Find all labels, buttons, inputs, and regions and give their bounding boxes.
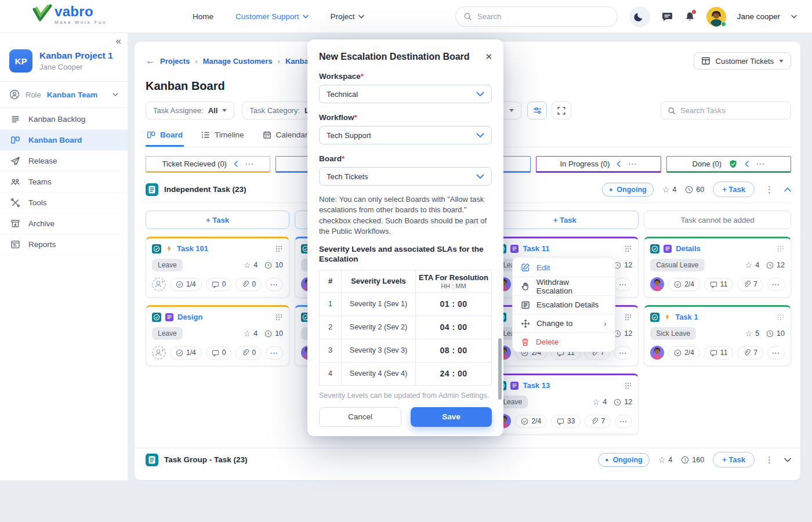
sidebar-item-kanban-backlog[interactable]: Kanban Backlog xyxy=(0,109,128,130)
chevron-down-icon[interactable] xyxy=(791,14,797,19)
card-menu-button[interactable]: ⋯ xyxy=(266,278,283,291)
close-icon[interactable]: ✕ xyxy=(485,52,492,62)
task-card[interactable]: Design Leave ☆4 10 1/4 0 0 ⋯ xyxy=(146,305,289,366)
comments-pill[interactable]: 11 xyxy=(704,278,733,291)
workflow-select[interactable]: Tech Support xyxy=(319,126,492,144)
task-title[interactable]: Design xyxy=(177,313,202,321)
attachments-pill[interactable]: 7 xyxy=(737,278,763,291)
menu-item-edit[interactable]: Edit xyxy=(513,258,615,277)
card-menu-button[interactable]: ⋯ xyxy=(767,346,785,360)
assignee-avatar[interactable] xyxy=(650,346,664,360)
task-title[interactable]: Task 1 xyxy=(675,313,698,321)
drag-handle-icon[interactable] xyxy=(275,245,283,253)
task-card[interactable]: Task 13 Leave ☆4 12 2/4 33 7 ⋯ xyxy=(491,374,639,434)
user-name[interactable]: Jane cooper xyxy=(737,12,780,21)
modal-scrollbar[interactable] xyxy=(498,338,502,400)
task-title[interactable]: Task 11 xyxy=(523,244,549,253)
task-card[interactable]: Task 101 Leave ☆4 10 1/4 0 0 ⋯ xyxy=(146,237,289,298)
attachments-pill[interactable]: 7 xyxy=(585,415,611,428)
column-header-ticket-received[interactable]: Ticket Recieved (0) ⋯ xyxy=(146,156,270,173)
add-task-button[interactable]: + Task xyxy=(713,452,755,467)
user-avatar[interactable] xyxy=(706,7,726,27)
dark-mode-toggle[interactable] xyxy=(629,6,650,27)
nav-home[interactable]: Home xyxy=(193,12,213,21)
add-task-button[interactable]: + Task xyxy=(713,182,755,197)
task-assignee-filter[interactable]: Task Assignee: All xyxy=(146,102,234,119)
sidebar-item-reports[interactable]: Reports xyxy=(0,234,128,255)
sidebar-item-teams[interactable]: Teams xyxy=(0,172,128,193)
comments-pill[interactable]: 11 xyxy=(704,346,733,360)
group-menu-icon[interactable]: ⋮ xyxy=(763,184,775,195)
task-title[interactable]: Task 13 xyxy=(523,381,550,390)
breadcrumb-projects[interactable]: Projects xyxy=(160,57,190,66)
sidebar-item-tools[interactable]: Tools xyxy=(0,193,128,213)
menu-item-delete[interactable]: Delete xyxy=(513,332,615,351)
tab-board[interactable]: Board xyxy=(146,128,184,147)
add-task-button[interactable]: + Task xyxy=(146,211,289,229)
card-menu-button[interactable]: ⋯ xyxy=(767,278,785,291)
drag-handle-icon[interactable] xyxy=(624,382,632,390)
notifications-button[interactable] xyxy=(684,11,695,23)
search-input[interactable] xyxy=(477,12,610,21)
column-menu-icon[interactable]: ⋯ xyxy=(628,159,637,169)
card-menu-button[interactable]: ⋯ xyxy=(614,346,632,360)
sidebar-item-archive[interactable]: Archive xyxy=(0,213,128,234)
checklist-pill[interactable]: 1/4 xyxy=(170,278,202,291)
global-search[interactable] xyxy=(455,6,618,27)
messages-button[interactable] xyxy=(661,11,673,23)
comments-pill[interactable]: 0 xyxy=(206,346,232,360)
board-selector-dropdown[interactable]: Customer Tickets xyxy=(694,52,791,70)
drag-handle-icon[interactable] xyxy=(624,245,632,253)
checklist-pill[interactable]: 1/4 xyxy=(170,346,202,360)
assignee-avatar[interactable] xyxy=(650,277,664,291)
comments-pill[interactable]: 33 xyxy=(551,415,581,428)
search-tasks-input[interactable] xyxy=(680,106,784,115)
card-menu-button[interactable]: ⋯ xyxy=(615,415,632,428)
chevron-down-icon[interactable] xyxy=(784,458,791,462)
filter-settings-button[interactable] xyxy=(527,102,547,119)
card-menu-button[interactable]: ⋯ xyxy=(266,346,283,360)
sidebar-item-kanban-board[interactable]: Kanban Board xyxy=(0,130,128,151)
nav-customer-support[interactable]: Customer Support xyxy=(235,12,309,21)
app-logo[interactable]: vabro Make Work Fun xyxy=(32,4,107,25)
drag-handle-icon[interactable] xyxy=(777,313,785,321)
checklist-pill[interactable]: 2/4 xyxy=(515,415,547,428)
assign-avatar-icon[interactable] xyxy=(152,277,166,291)
assign-avatar-icon[interactable] xyxy=(152,346,166,360)
search-tasks-box[interactable] xyxy=(661,102,791,119)
role-selector[interactable]: Role Kanban Team xyxy=(0,82,128,107)
attachments-pill[interactable]: 0 xyxy=(235,346,262,360)
fullscreen-button[interactable] xyxy=(552,102,571,119)
card-menu-button[interactable]: ⋯ xyxy=(614,278,632,291)
task-group-title[interactable]: Independent Task (23) xyxy=(164,185,246,194)
column-menu-icon[interactable]: ⋯ xyxy=(245,159,254,169)
nav-project[interactable]: Project xyxy=(331,12,364,21)
project-header[interactable]: KP Kanban Project 1 Jane Cooper xyxy=(0,33,128,81)
task-card[interactable]: Task 1 Sick Leave ☆5 10 2/4 11 7 ⋯ xyxy=(644,305,791,366)
comments-pill[interactable]: 0 xyxy=(206,278,232,291)
task-title[interactable]: Details xyxy=(676,244,701,253)
checklist-pill[interactable]: 2/4 xyxy=(668,346,700,360)
menu-item-withdraw-escalation[interactable]: Withdraw Escalation xyxy=(513,277,615,295)
board-select[interactable]: Tech Tickets xyxy=(319,167,492,186)
task-card[interactable]: Details Casual Leave ☆4 12 2/4 11 7 ⋯ xyxy=(644,237,791,298)
sidebar-item-release[interactable]: Release xyxy=(0,151,128,172)
save-button[interactable]: Save xyxy=(411,407,492,427)
tab-calendar[interactable]: Calendar xyxy=(262,128,309,147)
drag-handle-icon[interactable] xyxy=(275,313,283,321)
chevron-left-icon[interactable] xyxy=(617,161,621,167)
task-group-title[interactable]: Task Group - Task (23) xyxy=(164,455,248,464)
sidebar-collapse-icon[interactable]: « xyxy=(116,35,121,47)
status-badge[interactable]: ●Ongoing xyxy=(602,183,653,197)
back-arrow-icon[interactable]: ← xyxy=(146,56,155,66)
column-header-done[interactable]: Done (0) ⋯ xyxy=(666,156,791,173)
status-badge[interactable]: ●Ongoing xyxy=(598,453,649,467)
column-header-in-progress[interactable]: In Progress (0) ⋯ xyxy=(536,156,661,173)
workspace-select[interactable]: Technical xyxy=(319,85,492,103)
drag-handle-icon[interactable] xyxy=(777,245,785,253)
chevron-left-icon[interactable] xyxy=(234,161,238,167)
attachments-pill[interactable]: 7 xyxy=(737,346,763,360)
column-menu-icon[interactable]: ⋯ xyxy=(756,159,765,169)
checklist-pill[interactable]: 2/4 xyxy=(668,278,700,291)
breadcrumb-manage-customers[interactable]: Manage Customers xyxy=(203,57,273,66)
